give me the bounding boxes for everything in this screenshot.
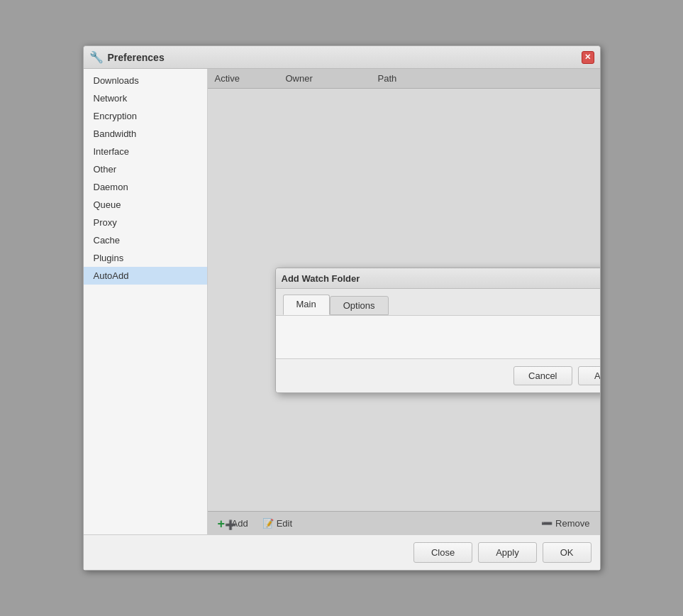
- footer: Close Apply OK: [84, 534, 600, 570]
- ok-button[interactable]: OK: [543, 542, 592, 563]
- apply-button[interactable]: Apply: [478, 542, 537, 563]
- dialog-title: Add Watch Folder: [282, 273, 360, 284]
- sidebar-item-other[interactable]: Other: [84, 160, 207, 178]
- titlebar-left: 🔧 Preferences: [89, 50, 165, 64]
- sidebar-item-cache[interactable]: Cache: [84, 231, 207, 249]
- sidebar-item-autoadd[interactable]: AutoAdd: [84, 267, 207, 285]
- dialog-cancel-button[interactable]: Cancel: [513, 366, 572, 385]
- main-panel: Active Owner Path ➕ Add 📝 Edit: [208, 69, 600, 534]
- dialog-content: [276, 316, 600, 358]
- sidebar-item-bandwidth[interactable]: Bandwidth: [84, 125, 207, 143]
- dialog-add-button[interactable]: Add: [578, 366, 600, 385]
- window-title: Preferences: [108, 52, 165, 63]
- preferences-icon: 🔧: [89, 50, 104, 64]
- close-button[interactable]: Close: [413, 542, 472, 563]
- sidebar-item-downloads[interactable]: Downloads: [84, 72, 207, 89]
- sidebar-item-network[interactable]: Network: [84, 89, 207, 107]
- dialog-footer: Cancel Add: [276, 358, 600, 392]
- add-watch-folder-dialog: Add Watch Folder ✕ Main Options Cancel A…: [275, 268, 600, 393]
- sidebar-item-plugins[interactable]: Plugins: [84, 249, 207, 267]
- sidebar: DownloadsNetworkEncryptionBandwidthInter…: [84, 69, 208, 534]
- sidebar-item-interface[interactable]: Interface: [84, 143, 207, 160]
- dialog-titlebar: Add Watch Folder ✕: [276, 268, 600, 289]
- preferences-window: 🔧 Preferences ✕ DownloadsNetworkEncrypti…: [83, 45, 601, 571]
- tab-main[interactable]: Main: [283, 295, 330, 315]
- window-close-button[interactable]: ✕: [582, 51, 594, 64]
- content-area: DownloadsNetworkEncryptionBandwidthInter…: [84, 69, 600, 534]
- sidebar-item-proxy[interactable]: Proxy: [84, 214, 207, 231]
- sidebar-item-encryption[interactable]: Encryption: [84, 107, 207, 125]
- titlebar: 🔧 Preferences ✕: [84, 46, 600, 69]
- sidebar-item-queue[interactable]: Queue: [84, 196, 207, 214]
- dialog-tabs: Main Options: [276, 289, 600, 316]
- sidebar-item-daemon[interactable]: Daemon: [84, 178, 207, 196]
- tab-options[interactable]: Options: [330, 296, 389, 315]
